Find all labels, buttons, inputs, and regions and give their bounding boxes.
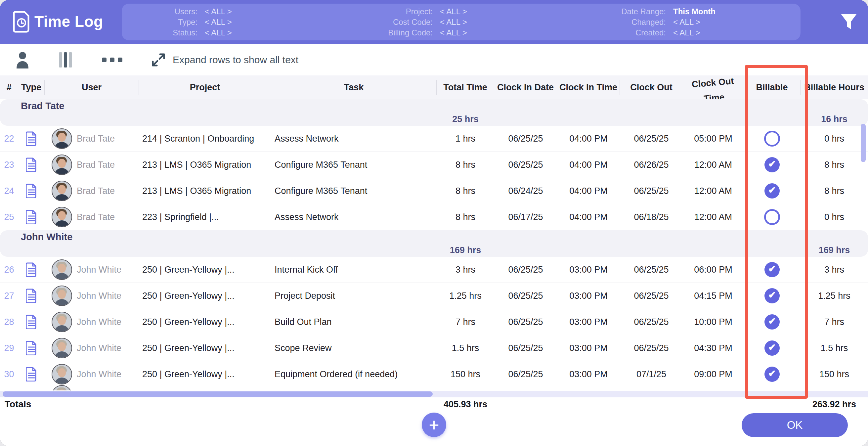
user-cell: Brad Tate	[45, 207, 139, 227]
user-name: John White	[77, 265, 121, 275]
total-time-cell: 8 hrs	[437, 160, 494, 170]
filter-value: < ALL >	[205, 27, 232, 38]
filter-button[interactable]	[838, 11, 859, 32]
clock-in-date-cell: 06/25/25	[494, 134, 557, 144]
add-entry-button[interactable]: +	[422, 413, 446, 437]
billable-unchecked-toggle[interactable]	[764, 209, 780, 225]
col-header-number[interactable]: #	[0, 80, 18, 95]
project-cell: 250 | Green-Yellowy |...	[139, 317, 271, 327]
task-cell: Build Out Plan	[271, 317, 437, 327]
expand-rows-button[interactable]: Expand rows to show all text	[152, 53, 299, 67]
document-icon[interactable]	[26, 157, 37, 172]
clock-out-date-cell: 07/1/25	[620, 369, 683, 380]
billable-checked-toggle[interactable]	[765, 314, 780, 330]
total-time-cell: 8 hrs	[437, 186, 494, 196]
user-name: Brad Tate	[77, 160, 115, 170]
clock-out-date-cell: 06/25/25	[620, 343, 683, 353]
billable-checked-toggle[interactable]	[765, 288, 780, 303]
filter-value: < ALL >	[673, 17, 700, 27]
col-header-clock-in-time[interactable]: Clock In Time	[557, 80, 620, 95]
row-number[interactable]: 22	[0, 134, 18, 144]
clock-out-date-cell: 06/25/25	[620, 317, 683, 327]
col-header-task[interactable]: Task	[271, 80, 437, 95]
document-icon[interactable]	[26, 289, 37, 303]
col-header-clock-in-date[interactable]: Clock In Date	[494, 80, 557, 95]
total-time-cell: 1 hrs	[437, 134, 494, 144]
time-entry-row: 29John White250 | Green-Yellowy |...Scop…	[0, 335, 868, 361]
billable-checked-toggle[interactable]	[765, 157, 780, 172]
billable-checked-toggle[interactable]	[765, 183, 780, 199]
document-icon[interactable]	[26, 131, 37, 146]
total-time-cell: 1.25 hrs	[437, 291, 494, 301]
col-header-project[interactable]: Project	[139, 80, 271, 95]
document-icon[interactable]	[26, 315, 37, 329]
col-header-user[interactable]: User	[45, 80, 139, 95]
entry-type-cell	[18, 157, 45, 172]
user-avatar	[52, 154, 72, 175]
user-view-button[interactable]	[15, 51, 30, 68]
billable-unchecked-toggle[interactable]	[764, 131, 780, 147]
row-number[interactable]: 24	[0, 186, 18, 196]
task-cell: Project Deposit	[271, 291, 437, 301]
user-cell: Brad Tate	[45, 154, 139, 175]
billable-cell	[744, 131, 801, 147]
clock-out-time-cell: 10:00 PM	[683, 317, 744, 327]
billable-checked-toggle[interactable]	[765, 340, 780, 356]
columns-button[interactable]	[58, 52, 73, 68]
clock-in-time-cell: 03:00 PM	[557, 369, 620, 380]
row-number[interactable]: 25	[0, 212, 18, 222]
project-cell: 213 | LMS | O365 Migration	[139, 186, 271, 196]
col-header-total-time[interactable]: Total Time	[437, 80, 494, 95]
document-icon[interactable]	[26, 184, 37, 198]
row-number[interactable]: 27	[0, 291, 18, 301]
total-time-cell: 8 hrs	[437, 212, 494, 222]
horizontal-scrollbar-track[interactable]	[0, 391, 868, 397]
more-options-button[interactable]	[102, 58, 122, 62]
user-avatar	[52, 128, 72, 149]
time-entry-row: 30John White250 | Green-Yellowy |...Equi…	[0, 361, 868, 387]
user-cell: John White	[45, 312, 139, 332]
clock-out-time-cell: 06:00 PM	[683, 265, 744, 275]
user-avatar	[52, 364, 72, 384]
document-icon[interactable]	[26, 262, 37, 277]
document-icon[interactable]	[26, 210, 37, 224]
row-number[interactable]: 29	[0, 343, 18, 353]
row-number[interactable]: 28	[0, 317, 18, 327]
clock-out-date-cell: 06/25/25	[620, 265, 683, 275]
clock-out-time-cell: 12:00 AM	[683, 186, 744, 196]
project-cell: 250 | Green-Yellowy |...	[139, 291, 271, 301]
filter-label: Users:	[122, 6, 197, 17]
toolbar: Expand rows to show all text	[0, 44, 868, 76]
user-name: John White	[77, 343, 121, 353]
billable-checked-toggle[interactable]	[765, 366, 780, 382]
col-header-type[interactable]: Type	[18, 80, 45, 95]
row-number[interactable]: 30	[0, 369, 18, 380]
time-entry-row: 24Brad Tate213 | LMS | O365 MigrationCon…	[0, 178, 868, 204]
col-header-billable-hours[interactable]: Billable Hours	[801, 80, 868, 95]
document-icon[interactable]	[26, 341, 37, 355]
row-number[interactable]: 26	[0, 265, 18, 275]
col-header-billable[interactable]: Billable	[744, 80, 801, 95]
horizontal-scrollbar-thumb[interactable]	[3, 391, 433, 397]
billable-hours-cell: 1.25 hrs	[801, 291, 868, 301]
clock-in-date-cell: 06/25/25	[494, 160, 557, 170]
billable-cell	[744, 366, 801, 382]
billable-cell	[744, 157, 801, 172]
filter-summary[interactable]: Users:< ALL > Type:< ALL > Status:< ALL …	[122, 4, 801, 40]
billable-checked-toggle[interactable]	[765, 262, 780, 277]
col-header-clock-out-date[interactable]: Clock Out Date	[620, 80, 683, 95]
filter-label: Date Range:	[590, 6, 666, 17]
billable-hours-cell: 3 hrs	[801, 265, 868, 275]
document-icon[interactable]	[26, 367, 37, 382]
totals-billable-hours: 263.92 hrs	[801, 399, 868, 410]
clock-in-time-cell: 03:00 PM	[557, 291, 620, 301]
col-header-clock-out-time[interactable]: Clock Out Time	[682, 72, 744, 93]
clock-in-time-cell: 03:00 PM	[557, 343, 620, 353]
ok-button[interactable]: OK	[742, 413, 848, 437]
partial-next-row[interactable]	[0, 384, 868, 390]
billable-cell	[744, 183, 801, 199]
vertical-scrollbar-thumb[interactable]	[861, 124, 866, 162]
user-name: Brad Tate	[77, 186, 115, 196]
clock-in-date-cell: 06/25/25	[494, 265, 557, 275]
row-number[interactable]: 23	[0, 160, 18, 170]
